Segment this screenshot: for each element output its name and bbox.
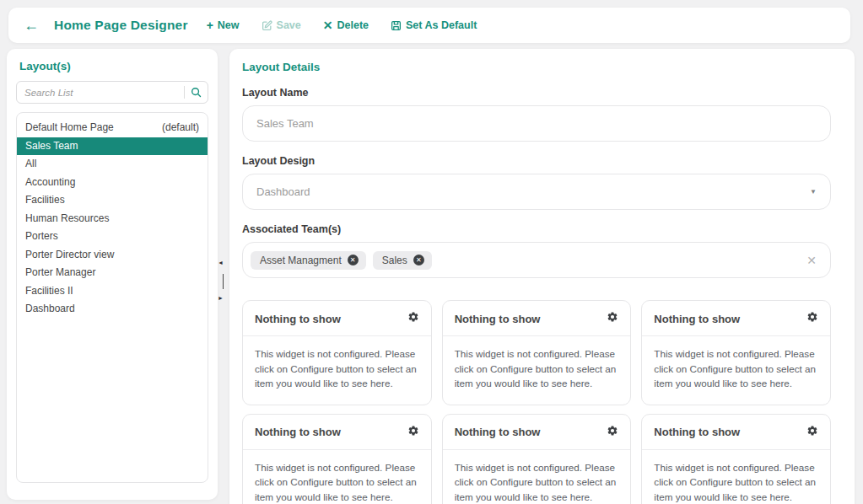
widget-title: Nothing to show bbox=[455, 313, 541, 325]
search-icon[interactable] bbox=[190, 86, 202, 102]
widget-card: Nothing to show This widget is not confi… bbox=[641, 300, 831, 405]
layout-item-porter-director-view[interactable]: Porter Director view bbox=[17, 246, 208, 265]
layout-item-facilities[interactable]: Facilities bbox=[17, 191, 208, 210]
widget-title: Nothing to show bbox=[455, 426, 541, 438]
widget-card: Nothing to show This widget is not confi… bbox=[442, 300, 632, 405]
gear-icon[interactable] bbox=[607, 425, 618, 440]
save-disk-icon bbox=[391, 20, 402, 31]
widget-card: Nothing to show This widget is not confi… bbox=[242, 300, 432, 405]
layout-design-label: Layout Design bbox=[242, 155, 831, 167]
gear-icon[interactable] bbox=[407, 311, 419, 326]
layout-design-select[interactable]: Dashboard ▼ bbox=[242, 174, 831, 210]
gear-icon[interactable] bbox=[607, 311, 618, 326]
team-tag: Asset Managment ✕ bbox=[251, 251, 366, 270]
search-divider bbox=[184, 86, 185, 99]
widget-message: This widget is not configured. Please cl… bbox=[443, 450, 631, 504]
widget-title: Nothing to show bbox=[255, 426, 341, 438]
layout-item-sales-team[interactable]: Sales Team bbox=[17, 137, 208, 156]
save-button[interactable]: Save bbox=[262, 19, 301, 31]
sidebar-title: Layout(s) bbox=[16, 60, 208, 72]
layout-item-facilities-ii[interactable]: Facilities II bbox=[17, 282, 208, 301]
collapse-left-icon[interactable]: ◄ bbox=[218, 260, 224, 265]
layout-details-title: Layout Details bbox=[242, 61, 831, 73]
plus-icon: + bbox=[207, 19, 213, 31]
widget-message: This widget is not configured. Please cl… bbox=[642, 450, 830, 504]
widget-grid: Nothing to show This widget is not confi… bbox=[242, 300, 831, 504]
layout-name-label: Layout Name bbox=[242, 87, 831, 99]
clear-all-icon[interactable]: ✕ bbox=[806, 254, 817, 267]
widget-message: This widget is not configured. Please cl… bbox=[443, 336, 631, 405]
default-badge: (default) bbox=[162, 121, 199, 135]
layout-item-human-resources[interactable]: Human Resources bbox=[17, 210, 208, 228]
widget-message: This widget is not configured. Please cl… bbox=[243, 336, 431, 405]
chevron-down-icon: ▼ bbox=[810, 188, 817, 196]
layout-item-default-home-page[interactable]: Default Home Page (default) bbox=[17, 119, 208, 137]
delete-button[interactable]: ✕ Delete bbox=[323, 19, 369, 31]
layout-name-input[interactable]: Sales Team bbox=[242, 105, 831, 142]
widget-title: Nothing to show bbox=[654, 313, 740, 325]
remove-tag-icon[interactable]: ✕ bbox=[413, 255, 424, 265]
associated-teams-input[interactable]: Asset Managment ✕ Sales ✕ ✕ bbox=[242, 242, 831, 278]
layout-list: Default Home Page (default) Sales Team A… bbox=[16, 112, 208, 483]
x-icon: ✕ bbox=[323, 19, 333, 31]
team-tag: Sales ✕ bbox=[373, 251, 432, 270]
widget-card: Nothing to show This widget is not confi… bbox=[641, 414, 831, 504]
layout-item-all[interactable]: All bbox=[17, 155, 208, 174]
edit-icon bbox=[262, 20, 272, 31]
search-input[interactable] bbox=[16, 81, 208, 104]
page-title: Home Page Designer bbox=[54, 18, 188, 33]
collapse-right-icon[interactable]: ► bbox=[218, 295, 224, 301]
layout-item-accounting[interactable]: Accounting bbox=[17, 174, 208, 192]
layout-item-porters[interactable]: Porters bbox=[17, 228, 208, 246]
gear-icon[interactable] bbox=[806, 311, 818, 326]
gear-icon[interactable] bbox=[806, 425, 818, 440]
layout-item-dashboard[interactable]: Dashboard bbox=[17, 300, 208, 319]
associated-teams-label: Associated Team(s) bbox=[242, 223, 831, 235]
layout-item-porter-manager[interactable]: Porter Manager bbox=[17, 264, 208, 282]
widget-message: This widget is not configured. Please cl… bbox=[243, 450, 431, 504]
search-wrap bbox=[16, 81, 208, 104]
resize-handle[interactable] bbox=[223, 274, 224, 289]
remove-tag-icon[interactable]: ✕ bbox=[348, 255, 359, 265]
toolbar: ← Home Page Designer + New Save ✕ Delete… bbox=[8, 8, 850, 43]
new-button[interactable]: + New bbox=[207, 19, 240, 31]
gear-icon[interactable] bbox=[407, 425, 419, 440]
widget-title: Nothing to show bbox=[255, 313, 341, 325]
back-arrow-icon[interactable]: ← bbox=[24, 18, 39, 33]
widget-card: Nothing to show This widget is not confi… bbox=[442, 414, 632, 504]
set-as-default-button[interactable]: Set As Default bbox=[391, 19, 477, 31]
layouts-sidebar: Layout(s) Default Home Page (default) Sa… bbox=[7, 49, 218, 500]
widget-title: Nothing to show bbox=[654, 426, 740, 438]
widget-message: This widget is not configured. Please cl… bbox=[642, 336, 830, 405]
layout-details-panel: Layout Details Layout Name Sales Team La… bbox=[229, 49, 855, 504]
widget-card: Nothing to show This widget is not confi… bbox=[242, 414, 432, 504]
